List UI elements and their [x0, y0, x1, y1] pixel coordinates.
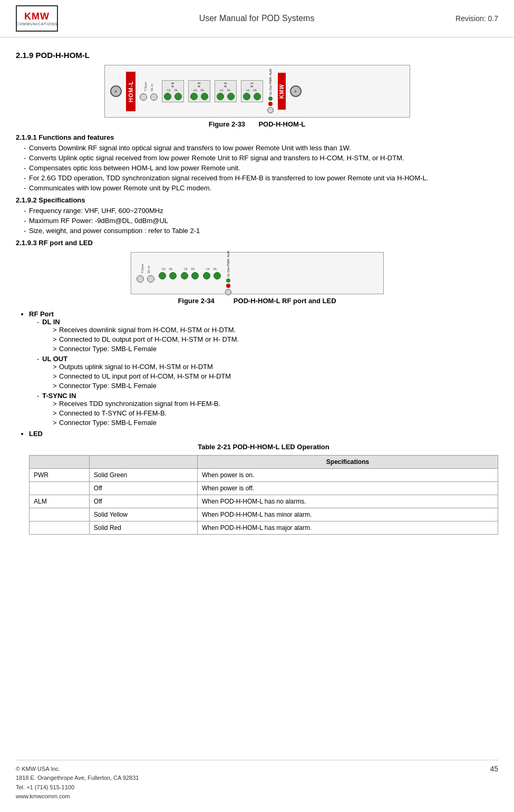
ulout-sub-2: Connected to UL input port of H-COM, H-S…	[53, 372, 498, 380]
fig34-ulout: UL Out	[227, 267, 230, 277]
table-row-pwr-on: PWR Solid Green When power is on.	[30, 469, 498, 482]
alm-led	[268, 102, 273, 106]
rf-port-label: RF Port	[29, 310, 54, 318]
logo-kmw: KMW	[24, 11, 50, 22]
figure-2-33-container: + HOM-L T.Sync DL In # 4 UL DL	[16, 65, 498, 128]
function-item-5: Communicates with low power Remote unit …	[24, 184, 498, 192]
tsync-dlin-group: T.Sync DL In	[140, 82, 158, 100]
page-header: KMW COMMUNICATIONS User Manual for POD S…	[0, 0, 514, 37]
port3-number: # 3	[197, 82, 201, 88]
port4-labels: UL DL	[167, 89, 178, 92]
fig34-group-b: UL DL	[181, 267, 199, 279]
port3-circles	[190, 93, 208, 100]
footer-left: © KMW USA Inc. 1818 E. Orangethrope Ave,…	[16, 765, 139, 801]
fig34-group-a: UL DL	[159, 267, 177, 279]
port4-number: # 4	[171, 82, 174, 88]
port3-labels: UL DL	[193, 89, 205, 92]
port-block-4: # 4 UL DL	[162, 80, 184, 102]
fig34-tsync-port	[137, 275, 144, 283]
table-row-pwr-off: Off When power is off.	[30, 482, 498, 495]
ulout-sub: Outputs uplink signal to H-COM, H-STM or…	[42, 363, 498, 390]
fig34-dl: DL	[214, 267, 218, 270]
fig34-alm-led	[226, 284, 230, 288]
fig34-ul-c	[203, 272, 210, 279]
fig34-tsync-labels: T.Sync DL In	[141, 264, 150, 273]
port3-ul-circle	[190, 93, 198, 100]
tsyncin-label-text: T-SYNC IN	[42, 392, 76, 400]
port1-labels: UL DL	[246, 89, 257, 92]
table-col-3-header: Specifications	[197, 456, 498, 469]
ulout-sub-3: Connector Type: SMB-L Female	[53, 382, 498, 390]
port1-dl-circle	[254, 93, 261, 100]
section-2-1-9-3-heading: 2.1.9.3 RF port and LED	[16, 239, 498, 247]
ulout-item: UL OUT Outputs uplink signal to H-COM, H…	[37, 355, 498, 390]
ulout-label: UL Out	[269, 85, 272, 95]
device-illustration-1: + HOM-L T.Sync DL In # 4 UL DL	[104, 65, 410, 118]
table-col-2-header	[89, 456, 197, 469]
fig34-a-ul-c	[159, 272, 166, 279]
ulout-port	[267, 107, 274, 113]
fig34-tsync-group: T.Sync DL In	[137, 264, 154, 282]
fig34-dlin: DL In	[147, 264, 150, 273]
ulout-sub-1: Outputs uplink signal to H-COM, H-STM or…	[53, 363, 498, 371]
port2-number: # 2	[224, 82, 227, 88]
pwr-off-state: Off	[89, 482, 197, 495]
rf-port-sub-list: DL IN Receives downlink signal from H-CO…	[29, 318, 498, 427]
alm-red-label	[30, 521, 90, 535]
alm-label: ALM	[269, 69, 272, 75]
alm-yellow-label	[30, 508, 90, 521]
spec-item-1: Frequency range: VHF, UHF, 600~2700MHz	[24, 207, 498, 215]
fig34-ul: UL	[206, 267, 210, 270]
pwr-label: PWR	[269, 77, 272, 84]
figure-2-34-container: T.Sync DL In UL DL	[16, 252, 498, 305]
alm-red-state: Solid Red	[89, 521, 197, 535]
fig34-b-circles	[181, 272, 199, 279]
logo-box: KMW COMMUNICATIONS	[16, 5, 58, 32]
figure-2-33-caption: Figure 2-33 POD-H-HOM-L	[209, 120, 305, 128]
led-label: LED	[29, 430, 43, 438]
fig34-a-circles	[159, 272, 177, 279]
table-row-alm-red: Solid Red When POD-H-HOM-L has major ala…	[30, 521, 498, 535]
dlin-sub: Receives downlink signal from H-COM, H-S…	[42, 326, 498, 353]
functions-list: Converts Downlink RF signal into optical…	[16, 144, 498, 192]
port1-circles	[243, 93, 261, 100]
port-block-1: # 1 UL DL	[241, 80, 263, 102]
fig34-b-labels: UL DL	[184, 267, 195, 270]
logo-comm: COMMUNICATIONS	[16, 22, 58, 26]
port2-circles	[217, 93, 235, 100]
device-illustration-2: T.Sync DL In UL DL	[131, 252, 384, 294]
port1-ul: UL	[246, 89, 250, 92]
page-footer: © KMW USA Inc. 1818 E. Orangethrope Ave,…	[16, 760, 498, 801]
fig34-a-ul: UL	[162, 267, 166, 270]
rf-port-outer-list: RF Port DL IN Receives downlink signal f…	[16, 310, 498, 535]
table-2-21-caption: Table 2-21 POD-H-HOM-L LED Operation	[29, 443, 498, 451]
function-item-1: Converts Downlink RF signal into optical…	[24, 144, 498, 152]
section-2-1-9-2-heading: 2.1.9.2 Specifications	[16, 196, 498, 204]
fig34-alm: ALM	[227, 251, 230, 257]
tsyncin-item: T-SYNC IN Receives TDD synchronization s…	[37, 392, 498, 427]
right-screw-connector: +	[290, 85, 302, 97]
fig34-dl-c	[214, 272, 221, 279]
pwr-off-label	[30, 482, 90, 495]
alm-yellow-spec: When POD-H-HOM-L has minor alarm.	[197, 508, 498, 521]
port-block-2: # 2 UL DL	[215, 80, 237, 102]
fig34-pwr-led	[226, 278, 230, 283]
header-title: User Manual for POD Systems	[199, 14, 315, 23]
dlin-sub-1: Receives downlink signal from H-COM, H-S…	[53, 326, 498, 334]
section-2-1-9-heading: 2.1.9 POD-H-HOM-L	[16, 51, 498, 60]
port4-ul: UL	[167, 89, 171, 92]
alm-off-spec: When POD-H-HOM-L has no alarms.	[197, 495, 498, 508]
header-revision: Revision: 0.7	[455, 14, 498, 23]
port4-ul-circle	[164, 93, 171, 100]
dlin-label: DL In	[150, 82, 153, 91]
figure-2-33-title: POD-H-HOM-L	[258, 120, 305, 128]
section-2-1-9-1-heading: 2.1.9.1 Functions and features	[16, 133, 498, 141]
footer-page-number: 45	[490, 765, 498, 801]
pwr-off-spec: When power is off.	[197, 482, 498, 495]
figure-2-34-label: Figure 2-34	[178, 297, 214, 305]
footer-website: www.kmwcomm.com	[16, 792, 139, 801]
tsyncin-sub-2: Connected to T-SYNC of H-FEM-B.	[53, 409, 498, 417]
fig34-b-dl: DL	[191, 267, 196, 270]
tsyncin-sub: Receives TDD synchronization signal from…	[42, 400, 498, 427]
fig34-a-dl-c	[169, 272, 177, 279]
